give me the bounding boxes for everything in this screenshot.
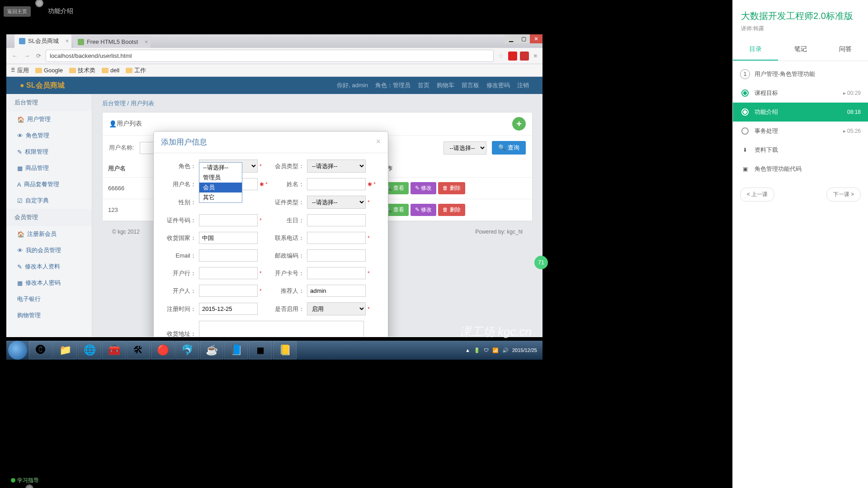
prev-lesson-button[interactable]: < 上一课 <box>740 188 774 202</box>
next-lesson-button[interactable]: 下一课 > <box>826 188 861 202</box>
sidebar-item[interactable]: ▦ 商品管理 <box>6 160 92 176</box>
sidebar-item[interactable]: ✎ 修改本人资料 <box>6 258 92 275</box>
tab-notes[interactable]: 笔记 <box>778 39 823 61</box>
tray-icon[interactable]: 🔊 <box>502 347 509 353</box>
sidebar-item[interactable]: 电子银行 <box>6 291 92 307</box>
taskbar-app[interactable]: ◼ <box>249 341 272 359</box>
taskbar-app[interactable]: 📒 <box>273 341 297 359</box>
taskbar-app[interactable]: 📘 <box>224 341 248 359</box>
tray-icon[interactable]: 🛡 <box>484 347 489 353</box>
maximize-icon[interactable]: ▢ <box>517 34 530 43</box>
edit-button[interactable]: ✎ 修改 <box>410 204 436 216</box>
sidebar-item[interactable]: 购物管理 <box>6 307 92 324</box>
minimize-icon[interactable]: ▁ <box>505 34 517 43</box>
holder-input[interactable] <box>199 285 258 297</box>
member-type-select[interactable]: --请选择-- <box>307 160 366 173</box>
bank-input[interactable] <box>199 267 258 279</box>
nav-link[interactable]: 角色：管理员 <box>375 81 410 89</box>
toc-lesson[interactable]: 事务处理▸ 05:26 <box>733 122 868 141</box>
delete-button[interactable]: 🗑 删除 <box>438 182 465 194</box>
form-label: 角色： <box>163 162 196 170</box>
sidebar-item[interactable]: ☑ 自定字典 <box>6 192 92 209</box>
sidebar-label: 我的会员管理 <box>26 246 61 254</box>
close-tab-icon[interactable]: × <box>145 39 148 45</box>
tray-icon[interactable]: 🔋 <box>474 347 480 353</box>
edit-button[interactable]: ✎ 修改 <box>410 182 436 194</box>
study-guide[interactable]: 学习指导 <box>11 475 39 485</box>
birthday-input[interactable] <box>307 214 366 226</box>
toc-download[interactable]: ⬇资料下载 <box>733 141 868 160</box>
close-modal-icon[interactable]: × <box>376 137 381 147</box>
menu-icon[interactable]: ≡ <box>532 51 539 61</box>
country-input[interactable] <box>199 232 258 244</box>
enabled-select[interactable]: 启用 <box>307 302 366 315</box>
dropdown-option[interactable]: 其它 <box>199 192 242 202</box>
bookmark[interactable]: Google <box>35 67 63 74</box>
sidebar-item[interactable]: ▦ 修改本人密码 <box>6 275 92 291</box>
zip-input[interactable] <box>307 249 366 262</box>
sidebar-item[interactable]: ✎ 权限管理 <box>6 144 92 160</box>
tab-qa[interactable]: 问答 <box>823 39 868 61</box>
favicon-icon <box>78 39 84 45</box>
dropdown-option[interactable]: 管理员 <box>199 173 242 183</box>
taskbar-app[interactable]: 🧰 <box>102 341 126 359</box>
close-tab-icon[interactable]: × <box>66 38 69 44</box>
close-window-icon[interactable]: ✕ <box>530 34 542 43</box>
filter-select[interactable]: --请选择-- <box>443 141 486 155</box>
nav-link[interactable]: 注销 <box>517 81 529 89</box>
add-user-button[interactable]: + <box>512 117 526 131</box>
star-icon[interactable]: ☆ <box>496 51 505 61</box>
taskbar-app[interactable]: ☕ <box>200 341 223 359</box>
taskbar-app[interactable]: 🌐 <box>78 341 101 359</box>
bookmark[interactable]: ⠿应用 <box>11 66 29 75</box>
toc-code[interactable]: ▣角色管理功能代码 <box>733 160 868 178</box>
back-icon[interactable]: ← <box>10 51 19 61</box>
sidebar-item[interactable]: 👁 我的会员管理 <box>6 242 92 258</box>
browser-tab[interactable]: Free HTML5 Bootst× <box>73 36 151 48</box>
reload-icon[interactable]: ⟳ <box>34 51 43 61</box>
address-bar[interactable] <box>46 50 494 62</box>
sidebar-item[interactable]: A 商品套餐管理 <box>6 176 92 192</box>
delete-button[interactable]: 🗑 删除 <box>438 204 465 216</box>
address-textarea[interactable] <box>199 321 364 337</box>
toc-lesson[interactable]: 课程目标▸ 00:29 <box>733 84 868 103</box>
email-input[interactable] <box>199 249 258 262</box>
nav-link[interactable]: 购物车 <box>437 81 454 89</box>
sidebar-item[interactable]: 👁 角色管理 <box>6 127 92 144</box>
idno-input[interactable] <box>199 214 258 226</box>
browser-tab[interactable]: SL会员商城× <box>14 34 71 48</box>
toc-lesson-active[interactable]: 功能介绍08:18 <box>733 103 868 122</box>
role-dropdown-open[interactable]: --请选择-- 管理员 会员 其它 <box>199 162 242 203</box>
idtype-select[interactable]: --请选择-- <box>307 196 366 209</box>
regdate-input[interactable] <box>199 303 258 315</box>
ext-icon[interactable] <box>520 52 529 61</box>
tray-icon[interactable]: 📶 <box>492 347 499 353</box>
tab-toc[interactable]: 目录 <box>733 39 778 61</box>
start-button[interactable] <box>8 341 27 360</box>
realname-input[interactable] <box>307 178 366 190</box>
account-input[interactable] <box>307 267 366 279</box>
referrer-input[interactable] <box>307 285 366 297</box>
sidebar-item[interactable]: 🏠 注册新会员 <box>6 226 92 242</box>
back-home[interactable]: 返回主页 <box>4 6 31 17</box>
taskbar-app[interactable]: 🔴 <box>151 341 175 359</box>
nav-link[interactable]: 首页 <box>418 81 429 89</box>
bookmark[interactable]: dell <box>102 67 119 74</box>
nav-link[interactable]: 修改密码 <box>486 81 510 89</box>
tray-icon[interactable]: ▲ <box>465 347 470 353</box>
dropdown-option[interactable]: --请选择-- <box>199 163 242 173</box>
bookmark[interactable]: 工作 <box>126 66 146 75</box>
taskbar-app[interactable]: 🛠 <box>127 341 150 359</box>
forward-icon[interactable]: → <box>22 51 32 61</box>
toc-section[interactable]: 1用户管理-角色管理功能 <box>733 65 868 84</box>
query-button[interactable]: 🔍 查询 <box>492 141 526 155</box>
bookmark[interactable]: 技术类 <box>69 66 95 75</box>
sidebar-item[interactable]: 🏠 用户管理 <box>6 111 92 127</box>
phone-input[interactable] <box>307 232 366 244</box>
taskbar-app[interactable]: 📁 <box>53 341 77 359</box>
dropdown-option-selected[interactable]: 会员 <box>199 183 242 192</box>
taskbar-app[interactable]: 🐬 <box>175 341 199 359</box>
taskbar-app[interactable]: 🅒 <box>29 341 52 359</box>
ext-icon[interactable] <box>508 52 517 61</box>
nav-link[interactable]: 留言板 <box>462 81 479 89</box>
